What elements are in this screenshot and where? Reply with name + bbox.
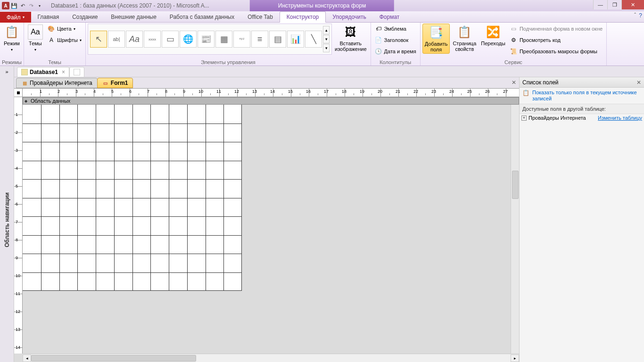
tab-order-icon: 🔀 — [486, 25, 501, 40]
maximize-button[interactable]: ❐ — [607, 0, 621, 9]
controls-gallery: ↖ ab| Aa xxxx ▭ 🌐 📰 ▦ ˣʸᶻ ≡ ▤ 📊 ╲ ▴ ▾ ▾ — [88, 24, 332, 55]
ruler-select-all[interactable] — [14, 89, 23, 97]
gallery-down[interactable]: ▾ — [323, 35, 330, 43]
file-tab[interactable]: Файл▾ — [0, 12, 31, 23]
chart-control[interactable]: 📊 — [287, 31, 304, 48]
combobox-control[interactable]: ▤ — [269, 31, 286, 48]
themes-icon: Aa — [28, 25, 43, 40]
main-workspace: Область навигации ▦ Провайдеры Интернета… — [0, 77, 644, 362]
tab-database-tools[interactable]: Работа с базами данных — [163, 11, 241, 22]
colors-button[interactable]: 🎨Цвета▾ — [46, 24, 83, 34]
title-button[interactable]: 📄Заголовок — [373, 35, 418, 45]
option-group-control[interactable]: ˣʸᶻ — [233, 31, 250, 48]
button-control[interactable]: xxxx — [144, 31, 161, 48]
select-tool[interactable]: ↖ — [90, 31, 107, 48]
object-tab-table[interactable]: ▦ Провайдеры Интернета — [16, 78, 98, 88]
title-icon: 📄 — [375, 36, 382, 44]
detail-section-header[interactable]: Область данных — [23, 97, 519, 105]
window-controls: — ❐ ✕ — [593, 0, 644, 9]
title-bar: A 💾 ↶ ↷ ▾ Database1 : база данных (Acces… — [0, 0, 644, 11]
tab-arrange[interactable]: Упорядочить — [326, 11, 372, 22]
add-fields-button[interactable]: 📑 Добавить поля — [422, 24, 450, 54]
show-current-fields-link[interactable]: Показать только поля в текущем источнике… — [532, 90, 641, 102]
ribbon: 📋 Режим ▾ Режимы Aa Темы ▾ 🎨Цвета▾ AШриф… — [0, 23, 644, 66]
datetime-button[interactable]: 🕓Дата и время — [373, 46, 418, 57]
view-code-button[interactable]: ⚙Просмотреть код — [508, 35, 604, 45]
hscroll-thumb[interactable] — [31, 355, 196, 362]
tab-create[interactable]: Создание — [66, 11, 104, 22]
object-tab-form[interactable]: ▭ Form1 — [97, 78, 133, 88]
web-browser-control[interactable]: 📰 — [198, 31, 215, 48]
subform-icon: ▭ — [510, 25, 518, 33]
line-control[interactable]: ╲ — [305, 31, 322, 48]
convert-macros-button[interactable]: 📜Преобразовать макросы формы — [508, 46, 604, 57]
object-close-button[interactable]: ✕ — [512, 79, 516, 86]
nav-pane-toggle[interactable]: » — [0, 66, 14, 77]
group-tools: 📑 Добавить поля 📋 Страница свойств 🔀 Пер… — [421, 23, 607, 66]
vertical-scrollbar[interactable] — [511, 105, 519, 354]
tab-close-icon[interactable]: × — [62, 69, 65, 75]
colors-icon: 🎨 — [48, 25, 55, 33]
save-icon[interactable]: 💾 — [10, 2, 18, 9]
database-icon — [21, 69, 28, 75]
minimize-ribbon-icon[interactable]: ˆ — [634, 12, 636, 19]
close-button[interactable]: ✕ — [621, 0, 644, 9]
database-doc-tab[interactable]: Database1 × — [17, 67, 69, 77]
textbox-control[interactable]: ab| — [108, 31, 125, 48]
tab-control[interactable]: ▭ — [162, 31, 179, 48]
label-control[interactable]: Aa — [126, 31, 143, 48]
undo-icon[interactable]: ↶ — [19, 2, 26, 9]
subform-button[interactable]: ▭Подчиненная форма в новом окне — [508, 24, 604, 34]
field-table-row[interactable]: + Провайдеры Интернета Изменить таблицу — [520, 114, 644, 122]
group-themes: Aa Темы ▾ 🎨Цвета▾ AШрифты▾ Темы — [24, 23, 86, 66]
tab-order-button[interactable]: 🔀 Переходы — [479, 24, 507, 47]
redo-icon[interactable]: ↷ — [27, 2, 35, 9]
image-icon: 🖼 — [343, 25, 358, 40]
ribbon-tabs: Файл▾ Главная Создание Внешние данные Ра… — [0, 11, 644, 23]
hyperlink-control[interactable]: 🌐 — [180, 31, 197, 48]
edit-table-link[interactable]: Изменить таблицу — [598, 115, 642, 121]
property-sheet-button[interactable]: 📋 Страница свойств — [451, 24, 478, 53]
help-icon[interactable]: ? — [639, 12, 642, 19]
qat-dropdown-icon[interactable]: ▾ — [36, 2, 43, 9]
navigation-control[interactable]: ▦ — [215, 31, 232, 48]
field-list-title: Список полей — [522, 79, 559, 86]
horizontal-scrollbar[interactable]: ◂ ▸ — [23, 354, 519, 362]
object-tabs: ▦ Провайдеры Интернета ▭ Form1 ✕ — [14, 77, 519, 89]
vscroll-thumb[interactable] — [512, 171, 519, 199]
form-icon: ▭ — [102, 80, 109, 86]
field-table-name: Провайдеры Интернета — [528, 115, 586, 121]
window-title: Database1 : база данных (Access 2007 - 2… — [51, 2, 209, 9]
tab-office[interactable]: Office Tab — [241, 11, 280, 22]
tab-format[interactable]: Формат — [373, 11, 406, 22]
access-logo-icon: A — [2, 2, 9, 9]
show-fields-icon: 📋 — [522, 90, 529, 96]
document-tab-row: » Database1 × — [0, 66, 644, 77]
form-detail-canvas[interactable] — [23, 105, 242, 291]
vertical-ruler[interactable]: 1234567891011121314 — [14, 97, 23, 354]
view-icon: 📋 — [4, 25, 19, 40]
tab-design[interactable]: Конструктор — [280, 11, 326, 23]
logo-button[interactable]: 🏷Эмблема — [373, 24, 418, 34]
macro-icon: 📜 — [510, 48, 518, 55]
hscroll-right[interactable]: ▸ — [511, 354, 519, 362]
expand-icon[interactable]: + — [521, 115, 527, 121]
add-fields-icon: 📑 — [429, 25, 444, 40]
view-mode-button[interactable]: 📋 Режим ▾ — [2, 24, 22, 54]
new-doc-tab[interactable] — [69, 67, 84, 77]
page-break-control[interactable]: ≡ — [251, 31, 268, 48]
tab-external-data[interactable]: Внешние данные — [104, 11, 163, 22]
themes-button[interactable]: Aa Темы ▾ — [26, 24, 45, 54]
tab-home[interactable]: Главная — [31, 11, 66, 22]
hscroll-left[interactable]: ◂ — [23, 354, 31, 362]
gallery-up[interactable]: ▴ — [323, 26, 330, 34]
field-list-close-icon[interactable]: ✕ — [636, 79, 641, 86]
form-design-area: ▦ Провайдеры Интернета ▭ Form1 ✕ 1234567… — [14, 77, 519, 362]
minimize-button[interactable]: — — [593, 0, 607, 9]
fonts-button[interactable]: AШрифты▾ — [46, 35, 83, 45]
horizontal-ruler[interactable]: 1234567891011121314151617181920212223242… — [23, 89, 519, 97]
gallery-more[interactable]: ▾ — [323, 44, 330, 52]
insert-image-button[interactable]: 🖼 Вставить изображение — [333, 24, 369, 53]
navigation-pane-collapsed[interactable]: Область навигации — [0, 77, 14, 362]
code-icon: ⚙ — [510, 36, 518, 44]
